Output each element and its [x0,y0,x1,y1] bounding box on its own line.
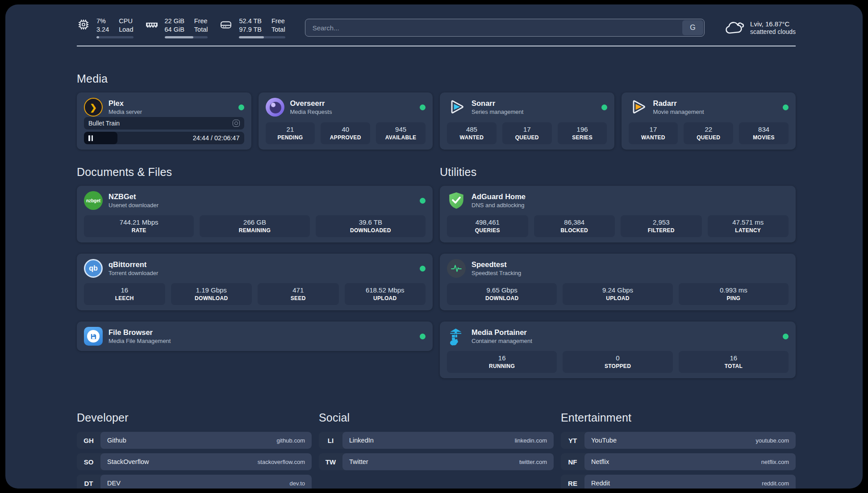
section-title-entertainment: Entertainment [561,411,796,424]
app-description: Media server [108,109,142,115]
app-card-adguard[interactable]: AdGuard Home DNS and adblocking 498,461Q… [440,186,796,242]
header-divider [77,46,796,46]
stat-queries: 498,461QUERIES [447,215,528,237]
player-progress-bar[interactable]: 24:44 / 02:06:47 [84,132,244,144]
filebrowser-icon [84,327,103,346]
app-card-plex[interactable]: ❯ Plex Media server Bullet Train 24:44 /… [77,92,251,150]
weather-widget: Lviv, 16.87°C scattered clouds [724,19,796,37]
cpu-load-value: 3.24 [96,25,109,34]
stat-approved: 40APPROVED [321,122,370,144]
cpu-usage-value: 7% [96,17,109,25]
status-online-dot [783,334,789,339]
status-online-dot [420,104,426,110]
ram-total-value: 64 GiB [165,25,184,34]
bookmark-abbr: GH [77,432,100,449]
app-name: File Browser [108,328,171,337]
app-description: Media Requests [290,109,332,115]
bookmark-netflix[interactable]: NF Netflix netflix.com [561,453,796,470]
stat-wanted: 485WANTED [447,122,497,144]
app-name: Sonarr [472,99,523,108]
bookmark-name: DEV [107,480,121,487]
disk-total-label: Total [271,25,285,34]
app-description: Movie management [653,109,704,115]
header: 7% 3.24 CPU Load 22 GiB [77,4,796,38]
disk-icon [219,18,233,31]
app-card-sonarr[interactable]: Sonarr Series management 485WANTED 17QUE… [440,92,614,150]
bookmark-github[interactable]: GH Github github.com [77,432,312,449]
status-online-dot [420,198,426,204]
app-name: Media Portainer [472,328,532,337]
app-name: Overseerr [290,99,332,108]
playback-time: 24:44 / 02:06:47 [193,134,244,142]
ram-free-label: Free [194,17,208,25]
stat-total: 16TOTAL [679,351,789,373]
app-card-portainer[interactable]: Media Portainer Container management 16R… [440,322,796,378]
stat-blocked: 86,384BLOCKED [534,215,615,237]
app-card-qbittorrent[interactable]: qb qBittorrent Torrent downloader 16LEEC… [77,254,433,310]
plex-icon: ❯ [84,98,103,117]
section-title-developer: Developer [77,411,312,424]
disk-total-value: 97.9 TB [239,25,262,34]
player-settings-icon[interactable] [233,120,240,127]
stat-rate: 744.21 MbpsRATE [84,215,194,237]
bookmark-name: StackOverflow [107,458,149,465]
speedtest-icon [447,259,466,278]
bookmark-name: YouTube [591,437,617,444]
status-online-dot [601,104,607,110]
cpu-load-label: Load [119,25,133,34]
stat-upload: 618.52 MbpsUPLOAD [345,283,426,305]
bookmark-name: LinkedIn [349,437,374,444]
stat-seed: 471SEED [258,283,339,305]
bookmark-stackoverflow[interactable]: SO StackOverflow stackoverflow.com [77,453,312,470]
bookmark-name: Reddit [591,480,610,487]
bookmark-twitter[interactable]: TW Twitter twitter.com [319,453,554,470]
bookmark-linkedin[interactable]: LI LinkedIn linkedin.com [319,432,554,449]
adguard-icon [447,191,466,210]
bookmark-dev[interactable]: DT DEV dev.to [77,475,312,489]
sonarr-icon [447,98,466,117]
pause-icon[interactable] [88,135,93,141]
app-name: Speedtest [472,260,521,269]
ram-progress-bar [165,36,208,38]
qbittorrent-icon: qb [84,259,103,278]
bookmark-name: Netflix [591,458,609,465]
bookmark-url: dev.to [290,480,305,487]
stat-wanted: 17WANTED [629,122,678,144]
cpu-icon [77,18,90,31]
app-card-filebrowser[interactable]: File Browser Media File Management [77,322,433,351]
bookmark-youtube[interactable]: YT YouTube youtube.com [561,432,796,449]
search-bar: G [305,19,705,37]
stat-latency: 47.571 msLATENCY [708,215,789,237]
app-card-speedtest[interactable]: Speedtest Speedtest Tracking 9.65 GbpsDO… [440,254,796,310]
app-card-nzbget[interactable]: nzbget NZBGet Usenet downloader 744.21 M… [77,186,433,242]
search-input[interactable] [305,19,705,37]
ram-free-value: 22 GiB [165,17,184,25]
search-provider-button[interactable]: G [682,20,703,35]
stat-remaining: 266 GBREMAINING [200,215,309,237]
bookmark-url: twitter.com [519,459,547,465]
section-title-utilities: Utilities [440,166,796,179]
app-description: Series management [472,109,523,115]
stat-queued: 22QUEUED [684,122,733,144]
app-card-overseerr[interactable]: Overseerr Media Requests 21PENDING 40APP… [259,92,433,150]
app-description: Container management [472,338,532,344]
app-description: Usenet downloader [108,202,159,209]
bookmark-abbr: RE [561,475,584,489]
app-name: Plex [108,99,142,108]
stat-leech: 16LEECH [84,283,165,305]
status-online-dot [783,104,789,110]
app-description: DNS and adblocking [472,202,526,209]
cloud-icon [724,19,745,37]
stat-downloaded: 39.6 TBDOWNLOADED [316,215,426,237]
disk-stat-widget: 52.4 TB 97.9 TB Free Total [219,17,285,38]
bookmark-abbr: TW [319,453,342,470]
stat-stopped: 0STOPPED [563,351,672,373]
section-title-media: Media [77,72,796,85]
bookmark-reddit[interactable]: RE Reddit reddit.com [561,475,796,489]
disk-free-label: Free [271,17,285,25]
stat-filtered: 2,953FILTERED [621,215,702,237]
bookmark-url: linkedin.com [515,437,547,444]
bookmark-abbr: LI [319,432,342,449]
app-card-radarr[interactable]: Radarr Movie management 17WANTED 22QUEUE… [622,92,796,150]
bookmark-url: reddit.com [762,480,789,487]
